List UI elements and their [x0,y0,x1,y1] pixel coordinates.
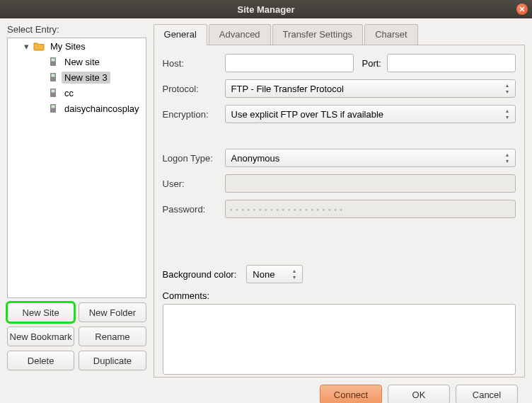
user-input [225,174,516,193]
tab-transfer-settings[interactable]: Transfer Settings [272,24,364,45]
duplicate-button[interactable]: Duplicate [79,351,146,370]
new-bookmark-button[interactable]: New Bookmark [7,327,74,346]
comments-input[interactable] [163,304,516,375]
tab-general[interactable]: General [154,24,207,45]
logon-type-select[interactable]: Anonymous ▴▾ [225,149,516,167]
general-panel: Host: Port: Protocol: FTP - File Transfe… [154,45,525,378]
tree-site-label: New site 3 [62,72,110,84]
titlebar: Site Manager [0,0,532,18]
tree-site-label: New site [62,56,103,68]
new-folder-button[interactable]: New Folder [79,302,146,322]
encryption-value: Use explicit FTP over TLS if available [231,109,384,120]
tree-site-item[interactable]: New site 3 [8,69,146,85]
svg-rect-7 [52,106,55,108]
logon-type-value: Anonymous [231,153,280,164]
password-mask: ● ● ● ● ● ● ● ● ● ● ● ● ● ● ● ● ● ● ● ● [230,207,344,212]
close-icon[interactable] [516,4,528,15]
user-label: User: [163,178,219,189]
comments-label: Comments: [163,290,209,301]
svg-rect-3 [52,74,55,77]
server-icon [47,87,59,98]
site-tree[interactable]: ▾ My Sites New site [7,38,146,298]
svg-rect-5 [52,90,55,93]
spinner-icon: ▴▾ [289,267,299,281]
svg-rect-1 [52,59,55,62]
ok-button[interactable]: OK [388,385,450,403]
tree-site-label: cc [62,87,76,99]
bgcolor-select[interactable]: None ▴▾ [246,265,303,283]
tree-site-item[interactable]: cc [8,85,146,101]
window-title: Site Manager [238,4,295,15]
host-input[interactable] [225,54,354,72]
protocol-value: FTP - File Transfer Protocol [231,84,344,94]
select-entry-label: Select Entry: [7,24,146,35]
bgcolor-value: None [253,269,274,280]
server-icon [47,103,59,114]
logon-type-label: Logon Type: [163,153,219,164]
tree-root-mysites[interactable]: ▾ My Sites [8,38,146,54]
tab-charset[interactable]: Charset [364,24,418,45]
tree-root-label: My Sites [47,40,88,52]
server-icon [47,72,59,83]
tree-site-item[interactable]: daisychaincosplay [8,101,146,116]
password-input: ● ● ● ● ● ● ● ● ● ● ● ● ● ● ● ● ● ● ● ● [225,200,516,218]
tab-advanced[interactable]: Advanced [209,24,271,45]
expand-arrow-icon[interactable]: ▾ [22,41,30,52]
encryption-label: Encryption: [163,109,219,120]
new-site-button[interactable]: New Site [7,302,74,322]
tree-site-label: daisychaincosplay [62,103,142,115]
port-input[interactable] [387,54,516,72]
host-label: Host: [163,58,219,69]
spinner-icon: ▴▾ [502,107,512,121]
connect-button[interactable]: Connect [320,385,382,403]
bgcolor-label: Background color: [163,269,237,280]
cancel-button[interactable]: Cancel [456,385,518,403]
protocol-label: Protocol: [163,84,219,94]
server-icon [47,56,59,67]
spinner-icon: ▴▾ [502,151,512,165]
delete-button[interactable]: Delete [7,351,74,370]
rename-button[interactable]: Rename [79,327,146,346]
folder-icon [33,40,45,52]
tabbar: General Advanced Transfer Settings Chars… [154,24,525,45]
encryption-select[interactable]: Use explicit FTP over TLS if available ▴… [225,105,516,123]
protocol-select[interactable]: FTP - File Transfer Protocol ▴▾ [225,79,516,98]
spinner-icon: ▴▾ [502,81,512,96]
tree-site-item[interactable]: New site [8,54,146,69]
password-label: Password: [163,204,219,215]
port-label: Port: [362,58,381,69]
